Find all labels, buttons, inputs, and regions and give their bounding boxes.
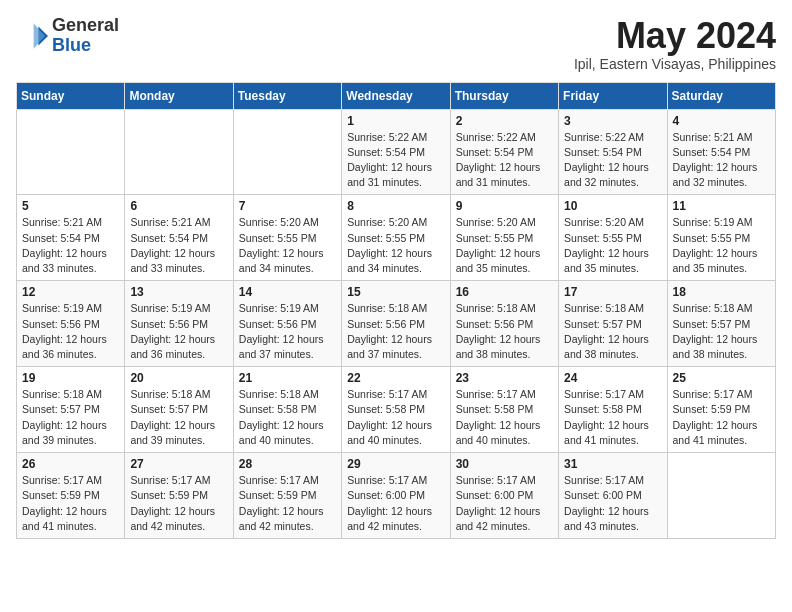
- calendar-cell: [125, 109, 233, 195]
- calendar-cell: 26Sunrise: 5:17 AM Sunset: 5:59 PM Dayli…: [17, 453, 125, 539]
- day-number: 1: [347, 114, 444, 128]
- calendar-cell: 3Sunrise: 5:22 AM Sunset: 5:54 PM Daylig…: [559, 109, 667, 195]
- calendar-cell: 14Sunrise: 5:19 AM Sunset: 5:56 PM Dayli…: [233, 281, 341, 367]
- calendar-cell: 15Sunrise: 5:18 AM Sunset: 5:56 PM Dayli…: [342, 281, 450, 367]
- calendar-week-row: 26Sunrise: 5:17 AM Sunset: 5:59 PM Dayli…: [17, 453, 776, 539]
- calendar-cell: 13Sunrise: 5:19 AM Sunset: 5:56 PM Dayli…: [125, 281, 233, 367]
- day-number: 14: [239, 285, 336, 299]
- calendar-cell: 25Sunrise: 5:17 AM Sunset: 5:59 PM Dayli…: [667, 367, 775, 453]
- day-number: 26: [22, 457, 119, 471]
- logo-icon: [16, 20, 48, 52]
- day-number: 23: [456, 371, 553, 385]
- day-info: Sunrise: 5:18 AM Sunset: 5:57 PM Dayligh…: [130, 387, 227, 448]
- weekday-header: Tuesday: [233, 82, 341, 109]
- weekday-header: Monday: [125, 82, 233, 109]
- day-number: 20: [130, 371, 227, 385]
- day-info: Sunrise: 5:17 AM Sunset: 6:00 PM Dayligh…: [564, 473, 661, 534]
- day-number: 17: [564, 285, 661, 299]
- day-info: Sunrise: 5:18 AM Sunset: 5:57 PM Dayligh…: [22, 387, 119, 448]
- day-info: Sunrise: 5:21 AM Sunset: 5:54 PM Dayligh…: [673, 130, 770, 191]
- weekday-header: Saturday: [667, 82, 775, 109]
- day-info: Sunrise: 5:19 AM Sunset: 5:56 PM Dayligh…: [130, 301, 227, 362]
- day-info: Sunrise: 5:19 AM Sunset: 5:55 PM Dayligh…: [673, 215, 770, 276]
- calendar-cell: [233, 109, 341, 195]
- calendar-table: SundayMondayTuesdayWednesdayThursdayFrid…: [16, 82, 776, 539]
- day-info: Sunrise: 5:22 AM Sunset: 5:54 PM Dayligh…: [347, 130, 444, 191]
- calendar-week-row: 1Sunrise: 5:22 AM Sunset: 5:54 PM Daylig…: [17, 109, 776, 195]
- day-number: 27: [130, 457, 227, 471]
- title-block: May 2024 Ipil, Eastern Visayas, Philippi…: [574, 16, 776, 72]
- calendar-week-row: 12Sunrise: 5:19 AM Sunset: 5:56 PM Dayli…: [17, 281, 776, 367]
- month-title: May 2024: [574, 16, 776, 56]
- day-number: 19: [22, 371, 119, 385]
- day-number: 16: [456, 285, 553, 299]
- day-info: Sunrise: 5:20 AM Sunset: 5:55 PM Dayligh…: [239, 215, 336, 276]
- day-number: 28: [239, 457, 336, 471]
- page-header: General Blue May 2024 Ipil, Eastern Visa…: [16, 16, 776, 72]
- day-number: 8: [347, 199, 444, 213]
- day-info: Sunrise: 5:18 AM Sunset: 5:57 PM Dayligh…: [564, 301, 661, 362]
- calendar-cell: 2Sunrise: 5:22 AM Sunset: 5:54 PM Daylig…: [450, 109, 558, 195]
- calendar-cell: 5Sunrise: 5:21 AM Sunset: 5:54 PM Daylig…: [17, 195, 125, 281]
- day-info: Sunrise: 5:22 AM Sunset: 5:54 PM Dayligh…: [564, 130, 661, 191]
- day-number: 4: [673, 114, 770, 128]
- calendar-cell: 8Sunrise: 5:20 AM Sunset: 5:55 PM Daylig…: [342, 195, 450, 281]
- day-info: Sunrise: 5:18 AM Sunset: 5:58 PM Dayligh…: [239, 387, 336, 448]
- day-info: Sunrise: 5:17 AM Sunset: 5:58 PM Dayligh…: [564, 387, 661, 448]
- day-number: 10: [564, 199, 661, 213]
- calendar-cell: 10Sunrise: 5:20 AM Sunset: 5:55 PM Dayli…: [559, 195, 667, 281]
- day-info: Sunrise: 5:20 AM Sunset: 5:55 PM Dayligh…: [347, 215, 444, 276]
- calendar-cell: 18Sunrise: 5:18 AM Sunset: 5:57 PM Dayli…: [667, 281, 775, 367]
- day-number: 31: [564, 457, 661, 471]
- day-info: Sunrise: 5:19 AM Sunset: 5:56 PM Dayligh…: [22, 301, 119, 362]
- calendar-cell: [17, 109, 125, 195]
- day-info: Sunrise: 5:17 AM Sunset: 5:59 PM Dayligh…: [22, 473, 119, 534]
- day-number: 5: [22, 199, 119, 213]
- day-number: 7: [239, 199, 336, 213]
- calendar-cell: 11Sunrise: 5:19 AM Sunset: 5:55 PM Dayli…: [667, 195, 775, 281]
- day-number: 30: [456, 457, 553, 471]
- day-number: 2: [456, 114, 553, 128]
- day-info: Sunrise: 5:18 AM Sunset: 5:56 PM Dayligh…: [456, 301, 553, 362]
- day-number: 6: [130, 199, 227, 213]
- svg-marker-1: [34, 23, 45, 49]
- day-number: 29: [347, 457, 444, 471]
- logo-general: General: [52, 15, 119, 35]
- day-info: Sunrise: 5:17 AM Sunset: 5:58 PM Dayligh…: [347, 387, 444, 448]
- day-number: 11: [673, 199, 770, 213]
- day-info: Sunrise: 5:22 AM Sunset: 5:54 PM Dayligh…: [456, 130, 553, 191]
- day-number: 25: [673, 371, 770, 385]
- day-info: Sunrise: 5:17 AM Sunset: 6:00 PM Dayligh…: [456, 473, 553, 534]
- calendar-cell: 7Sunrise: 5:20 AM Sunset: 5:55 PM Daylig…: [233, 195, 341, 281]
- calendar-cell: 21Sunrise: 5:18 AM Sunset: 5:58 PM Dayli…: [233, 367, 341, 453]
- calendar-cell: 23Sunrise: 5:17 AM Sunset: 5:58 PM Dayli…: [450, 367, 558, 453]
- day-info: Sunrise: 5:17 AM Sunset: 5:59 PM Dayligh…: [130, 473, 227, 534]
- weekday-header: Sunday: [17, 82, 125, 109]
- calendar-cell: 12Sunrise: 5:19 AM Sunset: 5:56 PM Dayli…: [17, 281, 125, 367]
- calendar-cell: 9Sunrise: 5:20 AM Sunset: 5:55 PM Daylig…: [450, 195, 558, 281]
- calendar-cell: 27Sunrise: 5:17 AM Sunset: 5:59 PM Dayli…: [125, 453, 233, 539]
- calendar-cell: 31Sunrise: 5:17 AM Sunset: 6:00 PM Dayli…: [559, 453, 667, 539]
- calendar-cell: 1Sunrise: 5:22 AM Sunset: 5:54 PM Daylig…: [342, 109, 450, 195]
- day-number: 15: [347, 285, 444, 299]
- day-info: Sunrise: 5:17 AM Sunset: 5:59 PM Dayligh…: [673, 387, 770, 448]
- location: Ipil, Eastern Visayas, Philippines: [574, 56, 776, 72]
- day-info: Sunrise: 5:21 AM Sunset: 5:54 PM Dayligh…: [22, 215, 119, 276]
- day-info: Sunrise: 5:17 AM Sunset: 5:58 PM Dayligh…: [456, 387, 553, 448]
- day-info: Sunrise: 5:17 AM Sunset: 5:59 PM Dayligh…: [239, 473, 336, 534]
- weekday-header: Friday: [559, 82, 667, 109]
- day-info: Sunrise: 5:19 AM Sunset: 5:56 PM Dayligh…: [239, 301, 336, 362]
- calendar-cell: [667, 453, 775, 539]
- logo: General Blue: [16, 16, 119, 56]
- logo-blue: Blue: [52, 35, 91, 55]
- calendar-cell: 6Sunrise: 5:21 AM Sunset: 5:54 PM Daylig…: [125, 195, 233, 281]
- day-info: Sunrise: 5:18 AM Sunset: 5:56 PM Dayligh…: [347, 301, 444, 362]
- logo-text: General Blue: [52, 16, 119, 56]
- day-number: 18: [673, 285, 770, 299]
- day-info: Sunrise: 5:20 AM Sunset: 5:55 PM Dayligh…: [564, 215, 661, 276]
- weekday-header-row: SundayMondayTuesdayWednesdayThursdayFrid…: [17, 82, 776, 109]
- calendar-cell: 17Sunrise: 5:18 AM Sunset: 5:57 PM Dayli…: [559, 281, 667, 367]
- weekday-header: Thursday: [450, 82, 558, 109]
- day-number: 9: [456, 199, 553, 213]
- calendar-cell: 29Sunrise: 5:17 AM Sunset: 6:00 PM Dayli…: [342, 453, 450, 539]
